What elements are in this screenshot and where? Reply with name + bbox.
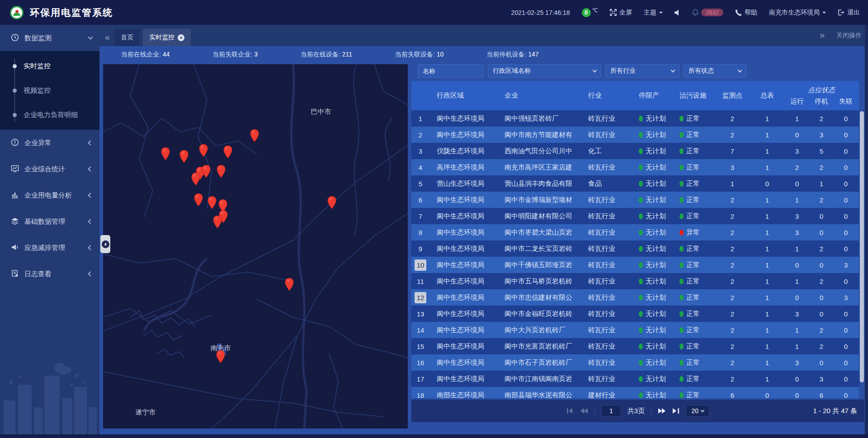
notification-badge[interactable]: 2632	[692, 9, 723, 16]
table-row[interactable]: 2阆中生态环境局阆中市南方节能建材有砖瓦行业无计划正常21030	[411, 127, 859, 143]
table-row[interactable]: 11阆中生态环境局阆中市五马桥页岩机砖砖瓦行业无计划正常21120	[411, 273, 859, 289]
map-pin-icon[interactable]	[223, 146, 232, 158]
map-pin-icon[interactable]	[199, 144, 208, 157]
first-page-button[interactable]	[566, 408, 574, 414]
theme-menu[interactable]: 主题	[644, 9, 663, 17]
cell-points: 2	[715, 359, 750, 367]
cell-lost: 0	[833, 326, 859, 334]
last-page-button[interactable]	[672, 408, 679, 414]
app-header: 环保用电监管系统 2021-02-25 17:46:18 0 ℃ 全屏 主题	[0, 0, 868, 25]
cell-industry: 砖瓦行业	[581, 228, 632, 237]
sidebar-collapse-button[interactable]	[100, 235, 110, 253]
sidebar-item-emergency-reduction[interactable]: 应急减排管理	[0, 235, 99, 261]
map-pin-icon[interactable]	[161, 147, 170, 160]
next-page-button[interactable]	[658, 408, 666, 414]
sidebar-subitem-power-load-detail[interactable]: 企业电力负荷明细	[0, 103, 99, 127]
map-pin-icon[interactable]	[208, 196, 217, 209]
map-pin-icon[interactable]	[180, 150, 189, 163]
sidebar-item-enterprise-abnormal[interactable]: 企业异常	[0, 130, 99, 156]
map-pin-icon[interactable]	[194, 193, 203, 206]
map-pin-icon[interactable]	[328, 196, 336, 209]
cell-points: 2	[715, 261, 750, 269]
table-row[interactable]: 7阆中生态环境局阆中明阳建材有限公司砖瓦行业无计划正常21300	[411, 208, 859, 224]
sidebar-item-log-view[interactable]: 日志查看	[0, 261, 99, 287]
page-size-select[interactable]: 20	[686, 405, 709, 417]
cell-meters: 1	[750, 229, 784, 236]
region-filter-select[interactable]: 行政区域名称	[488, 64, 601, 78]
cell-stop: 0	[810, 261, 833, 269]
cell-run: 3	[784, 147, 810, 155]
sidebar-subitem-realtime-monitoring[interactable]: 实时监控	[0, 54, 99, 78]
fullscreen-button[interactable]: 全屏	[610, 9, 632, 17]
table-row[interactable]: 18南部生态环境局南部县瑞华水泥有限公建材行业无计划正常60060	[411, 387, 859, 398]
cell-lost: 0	[833, 229, 859, 236]
table-row[interactable]: 16阆中生态环境局阆中市石子页岩机砖厂砖瓦行业无计划正常21300	[411, 354, 859, 371]
map-pin-icon[interactable]	[285, 278, 293, 291]
map-panel[interactable]: 巴中市南充市遂宁市	[103, 64, 408, 429]
cell-facility-status: 正常	[672, 147, 715, 155]
sidebar-subitem-video-monitoring[interactable]: 视频监控	[0, 78, 99, 103]
name-filter-input[interactable]	[418, 64, 484, 78]
cell-meters: 1	[750, 294, 784, 301]
cell-lost: 0	[833, 343, 859, 350]
stat-当前在线企业: 当前在线企业: 44	[121, 51, 170, 59]
cell-company: 阆中大兴页岩机砖厂	[497, 326, 581, 334]
table-row[interactable]: 14阆中生态环境局阆中大兴页岩机砖厂砖瓦行业无计划正常21120	[411, 322, 859, 338]
map-pin-icon[interactable]	[250, 129, 259, 142]
table-row[interactable]: 6阆中生态环境局阆中市金博瑞新型墙材砖瓦行业无计划正常21120	[411, 192, 859, 208]
tab-label: 首页	[121, 33, 133, 42]
sidebar-item-label: 应急减排管理	[24, 244, 83, 252]
cell-lost: 0	[833, 375, 859, 383]
cell-points: 2	[715, 310, 750, 318]
table-row[interactable]: 17阆中生态环境局阆中市江南镇阆南页岩砖瓦行业无计划正常21030	[411, 371, 859, 387]
sidebar-item-enterprise-statistics[interactable]: 企业综合统计	[0, 156, 99, 182]
cell-facility-status: 正常	[672, 310, 715, 318]
table-row[interactable]: 1阆中生态环境局阆中强锐页岩砖厂砖瓦行业无计划正常21120	[411, 110, 859, 127]
table-row[interactable]: 9阆中生态环境局阆中市二龙长宝页岩砖砖瓦行业无计划正常21120	[411, 240, 859, 257]
table-row[interactable]: 13阆中生态环境局阆中市金福旺页岩机砖砖瓦行业无计划正常21300	[411, 306, 859, 322]
table-row[interactable]: 10阆中生态环境局阆中千佛镇五郎垭页岩砖瓦行业无计划正常21003	[411, 257, 859, 273]
tabs-scroll-right-button[interactable]: »	[820, 30, 825, 41]
map-pin-icon[interactable]	[202, 165, 210, 178]
logout-button[interactable]: 退出	[838, 9, 860, 17]
speaker-icon[interactable]	[675, 9, 680, 16]
status-filter-select[interactable]: 所有状态	[684, 64, 746, 78]
map-pin-icon[interactable]	[217, 165, 225, 178]
cell-industry: 砖瓦行业	[581, 277, 632, 286]
table-scrollbar[interactable]	[859, 110, 864, 398]
table-row[interactable]: 12阆中生态环境局阆中市忠信建材有限公砖瓦行业无计划正常21003	[411, 289, 859, 306]
table-row[interactable]: 5营山生态环境局营山县润丰肉食品有限食品无计划正常10010	[411, 175, 859, 192]
sidebar-item-base-data-management[interactable]: 基础数据管理	[0, 208, 99, 235]
tab-实时监控[interactable]: 实时监控×	[143, 29, 191, 46]
table-row[interactable]: 8阆中生态环境局阆中市枣碧大梁山页岩砖瓦行业无计划异常21300	[411, 224, 859, 240]
close-operations-button[interactable]: 关闭操作	[836, 32, 862, 40]
cell-points: 2	[715, 343, 750, 350]
industry-filter-select[interactable]: 所有行业	[605, 64, 679, 78]
map-pin-icon[interactable]	[217, 350, 225, 363]
cell-region: 阆中生态环境局	[429, 196, 497, 204]
previous-page-button[interactable]	[580, 408, 588, 414]
cell-meters: 1	[750, 147, 784, 155]
tab-首页[interactable]: 首页	[114, 29, 140, 46]
map-pin-icon[interactable]	[213, 216, 222, 228]
sidebar-item-power-usage-analysis[interactable]: 企业用电量分析	[0, 182, 99, 208]
tab-close-icon[interactable]: ×	[178, 34, 184, 41]
table-row[interactable]: 4高坪生态环境局南充市高坪区王家店建砖瓦行业无计划正常31220	[411, 159, 859, 175]
cell-facility-status: 正常	[672, 293, 715, 302]
phone-icon	[735, 9, 742, 16]
page-bottom-edge	[0, 434, 868, 438]
tabs-scroll-left-button[interactable]: «	[99, 32, 114, 46]
cell-points: 2	[715, 375, 750, 383]
pagination-bar: 共3页 20 1 - 20	[411, 400, 864, 422]
sidebar-item-data-monitoring[interactable]: 数据监测	[0, 25, 99, 51]
map-pin-icon[interactable]	[191, 173, 200, 185]
table-row[interactable]: 3仪陇生态环境局西南油气田分公司川中化工无计划正常71350	[411, 143, 859, 159]
page-number-input[interactable]	[601, 405, 621, 417]
help-button[interactable]: 帮助	[735, 9, 757, 17]
org-menu[interactable]: 南充市生态环境局	[769, 9, 826, 17]
content-area: 当前在线企业: 44当前失联企业: 3当前在线设备: 211当前失联设备: 10…	[99, 46, 868, 434]
cell-run: 3	[784, 229, 810, 236]
fullscreen-icon	[610, 9, 617, 16]
chevron-left-icon	[88, 271, 93, 276]
table-row[interactable]: 15阆中生态环境局阆中市光富页岩机砖厂砖瓦行业无计划正常21120	[411, 338, 859, 354]
